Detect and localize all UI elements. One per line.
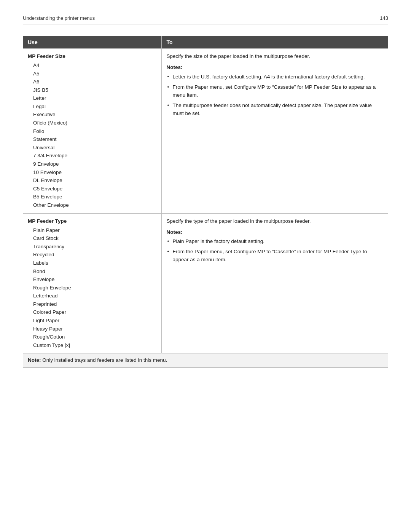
- list-item: Oficio (Mexico): [33, 119, 157, 127]
- list-item: A5: [33, 70, 157, 78]
- list-item: Letter: [33, 94, 157, 102]
- list-item: Bond: [33, 267, 157, 276]
- list-item: Heavy Paper: [33, 325, 157, 333]
- to-cell: Specify the size of the paper loaded in …: [162, 49, 388, 214]
- main-table: Use To MP Feeder SizeA4A5A6JIS B5LetterL…: [23, 36, 388, 368]
- to-text: Specify the size of the paper loaded in …: [166, 53, 383, 61]
- use-cell: MP Feeder TypePlain PaperCard StockTrans…: [23, 213, 162, 353]
- footer-note: Note: Only installed trays and feeders a…: [23, 353, 388, 368]
- list-item: Transparency: [33, 243, 157, 251]
- bullet-item: From the Paper menu, set Configure MP to…: [166, 248, 383, 264]
- col-use-header: Use: [23, 36, 162, 49]
- list-item: 9 Envelope: [33, 160, 157, 168]
- list-item: Light Paper: [33, 316, 157, 325]
- list-item: DL Envelope: [33, 176, 157, 185]
- list-item: Rough/Cotton: [33, 333, 157, 341]
- list-item: 7 3/4 Envelope: [33, 152, 157, 160]
- list-item: Legal: [33, 102, 157, 111]
- list-item: A6: [33, 78, 157, 86]
- list-item: Preprinted: [33, 300, 157, 308]
- list-item: Folio: [33, 127, 157, 136]
- bullet-item: Letter is the U.S. factory default setti…: [166, 73, 383, 81]
- list-item: A4: [33, 61, 157, 70]
- table-row: MP Feeder TypePlain PaperCard StockTrans…: [23, 213, 388, 353]
- list-item: Envelope: [33, 275, 157, 284]
- list-item: Universal: [33, 144, 157, 152]
- list-item: Executive: [33, 110, 157, 119]
- page-header: Understanding the printer menus 143: [23, 15, 388, 24]
- table-row: MP Feeder SizeA4A5A6JIS B5LetterLegalExe…: [23, 49, 388, 214]
- use-heading: MP Feeder Type: [28, 217, 157, 225]
- page-number: 143: [380, 15, 388, 21]
- page-header-title: Understanding the printer menus: [23, 15, 95, 21]
- to-text: Specify the type of the paper loaded in …: [166, 217, 383, 225]
- footer-note-bold: Note:: [28, 357, 41, 363]
- to-cell: Specify the type of the paper loaded in …: [162, 213, 388, 353]
- footer-row: Note: Only installed trays and feeders a…: [23, 353, 388, 368]
- list-item: 10 Envelope: [33, 168, 157, 177]
- col-to-header: To: [162, 36, 388, 49]
- notes-label: Notes:: [166, 64, 383, 72]
- bullet-item: Plain Paper is the factory default setti…: [166, 238, 383, 246]
- list-item: Other Envelope: [33, 201, 157, 209]
- list-item: Plain Paper: [33, 226, 157, 235]
- use-heading: MP Feeder Size: [28, 53, 157, 61]
- list-item: B5 Envelope: [33, 193, 157, 201]
- list-item: Custom Type [x]: [33, 341, 157, 350]
- use-cell: MP Feeder SizeA4A5A6JIS B5LetterLegalExe…: [23, 49, 162, 214]
- list-item: Recycled: [33, 251, 157, 259]
- list-item: C5 Envelope: [33, 185, 157, 193]
- bullet-item: The multipurpose feeder does not automat…: [166, 102, 383, 118]
- list-item: Card Stock: [33, 234, 157, 243]
- list-item: Labels: [33, 259, 157, 267]
- list-item: Colored Paper: [33, 308, 157, 316]
- bullet-item: From the Paper menu, set Configure MP to…: [166, 83, 383, 99]
- notes-label: Notes:: [166, 228, 383, 236]
- list-item: Statement: [33, 135, 157, 144]
- list-item: Letterhead: [33, 292, 157, 300]
- list-item: JIS B5: [33, 86, 157, 94]
- list-item: Rough Envelope: [33, 284, 157, 292]
